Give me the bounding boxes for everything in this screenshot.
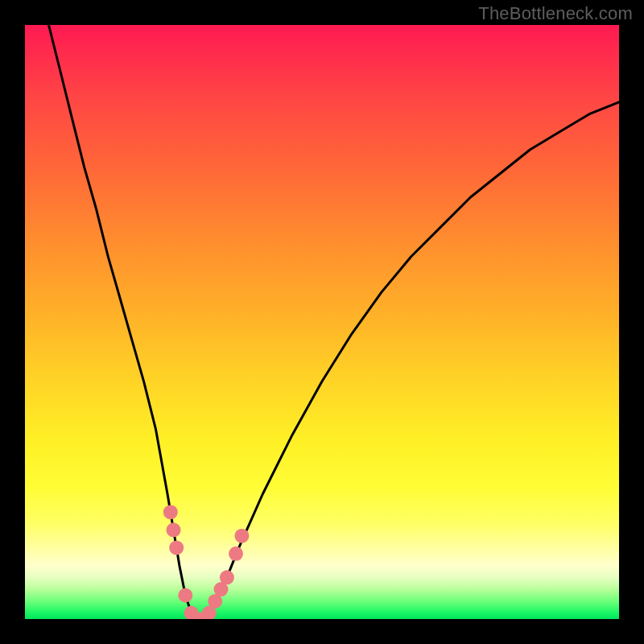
marker-group bbox=[163, 505, 250, 619]
curve-path bbox=[49, 25, 620, 619]
watermark-text: TheBottleneck.com bbox=[478, 3, 633, 24]
plot-area bbox=[25, 25, 619, 619]
data-marker bbox=[220, 570, 234, 584]
chart-frame: TheBottleneck.com bbox=[0, 0, 644, 644]
data-marker bbox=[178, 588, 192, 603]
data-marker bbox=[163, 505, 178, 519]
data-marker bbox=[169, 540, 184, 555]
chart-svg bbox=[25, 25, 619, 619]
data-marker bbox=[229, 547, 243, 561]
data-marker bbox=[234, 529, 249, 543]
data-marker bbox=[167, 522, 181, 537]
bottleneck-curve bbox=[49, 25, 620, 619]
